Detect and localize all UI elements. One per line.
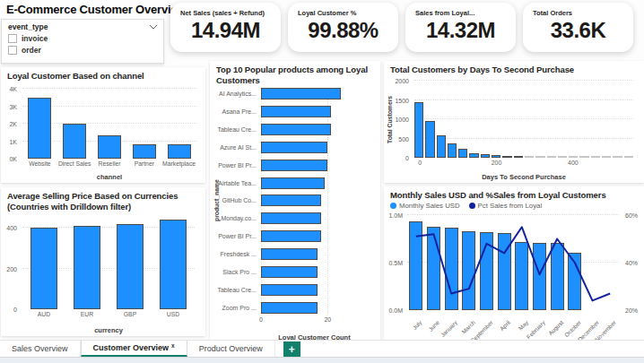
checkbox[interactable] [8,46,17,55]
y-tick-label: 1500 [395,98,409,104]
category-label: Marketplace [161,160,196,169]
category-label: November [586,312,613,328]
option-label: invoice [22,34,48,43]
slicer-field-label: event_type [8,22,48,31]
kpi-label: Sales from Loyal... [405,3,516,17]
bar[interactable] [261,230,321,242]
bar[interactable] [469,153,478,158]
bar[interactable] [261,106,331,117]
category-label: January [433,312,454,328]
bar-row: Asana Pre... [261,106,368,117]
bar-row: Slack Pro ... [261,266,368,278]
bar[interactable] [261,124,331,135]
tab-product-overview[interactable]: Product Overview [187,341,275,357]
legend-item[interactable]: Pct Sales from Loyal [469,202,543,210]
kpi-label: Total Orders [523,3,633,17]
bar[interactable] [569,156,578,158]
chart-monthly-sales-combo: Monthly Sales USD and %Sales from Loyal … [384,186,644,344]
slicer-header: event_type [2,20,163,32]
y-tick-label: 1000 [395,117,409,123]
bar[interactable] [28,98,51,159]
monthly-plot [407,215,619,310]
bar[interactable] [425,121,434,158]
bar[interactable] [458,149,467,158]
bar[interactable] [98,135,121,159]
slicer-option-order[interactable]: order [2,44,163,56]
bar[interactable] [74,226,100,309]
category-label: February [518,312,542,328]
bar[interactable] [261,248,318,260]
bar[interactable] [558,156,567,158]
kpi-card: Sales from Loyal...14.32M [405,3,516,52]
bar[interactable] [261,142,327,153]
category-label: Partner [126,160,161,169]
category-label: Direct Sales [57,160,92,169]
y-tick-label: 40% [625,260,638,266]
bar[interactable] [261,88,341,99]
slicer-options: invoiceorder [2,32,163,56]
bar[interactable] [414,102,423,158]
y-tick-label: 60% [625,212,638,219]
legend-label: Pct Sales from Loyal [478,202,543,210]
bar[interactable] [514,156,523,158]
y-tick-label: 0 [13,307,17,313]
bar[interactable] [261,160,327,171]
tab-customer-overview[interactable]: Customer Overviewx [81,341,187,357]
bar[interactable] [261,284,318,296]
bar[interactable] [117,224,144,309]
bar[interactable] [261,194,321,206]
legend-label: Monthly Sales USD [399,202,460,210]
bar[interactable] [30,228,57,309]
bar[interactable] [613,156,622,158]
line-series[interactable] [407,215,619,310]
add-page-button[interactable]: + [283,341,300,357]
bar[interactable] [160,220,187,309]
bar[interactable] [602,156,611,158]
category-label: July [408,312,419,328]
category-label: AI Analytics... [219,91,257,97]
category-labels: JulyJuneJanuaryMarchSeptemberAprilMayFeb… [407,312,619,341]
bar[interactable] [624,156,633,158]
bar[interactable] [63,124,86,159]
bar[interactable] [502,156,511,158]
x-ticks: 020 [261,316,368,324]
category-label: GBP [109,311,152,319]
bar[interactable] [261,266,318,278]
category-label: Tableau Cre... [217,287,257,293]
bar[interactable] [133,144,156,159]
bars [22,89,196,159]
checkbox[interactable] [8,34,17,43]
option-label: order [22,46,41,55]
bar[interactable] [579,156,588,158]
tab-label: Product Overview [199,344,263,353]
bar[interactable] [448,143,457,158]
slicer-option-invoice[interactable]: invoice [2,32,163,44]
bar[interactable] [492,155,500,158]
close-icon[interactable]: x [171,342,175,349]
bar-row: Tableau Cre... [261,124,368,135]
bar[interactable] [591,156,600,158]
bar[interactable] [481,154,490,158]
bar[interactable] [437,135,446,158]
x-tick-label: 400 [568,160,579,166]
x-ticks: 0200400 [414,160,633,168]
category-label: Website [22,160,57,169]
bar[interactable] [168,144,191,159]
legend-dot-icon [390,203,396,209]
bar[interactable] [261,302,318,314]
kpi-card: Total Orders33.6K [523,3,633,52]
legend-item[interactable]: Monthly Sales USD [390,202,460,210]
tab-sales-overview[interactable]: Sales Overview [0,341,81,357]
category-label: April [495,312,507,328]
bar[interactable] [525,156,534,158]
kpi-value: 14.94M [170,18,281,43]
bar[interactable] [535,156,544,158]
bar-row: Freshdesk ... [261,248,368,260]
bar[interactable] [547,156,556,158]
y-axis-left: 0.0M0.5M1.0M [384,215,405,310]
bar[interactable] [261,212,321,224]
bar-row: Airtable Tea... [261,177,368,189]
chevron-down-icon[interactable] [149,24,158,30]
x-tick-label: 0 [259,316,263,323]
bar[interactable] [261,177,325,189]
